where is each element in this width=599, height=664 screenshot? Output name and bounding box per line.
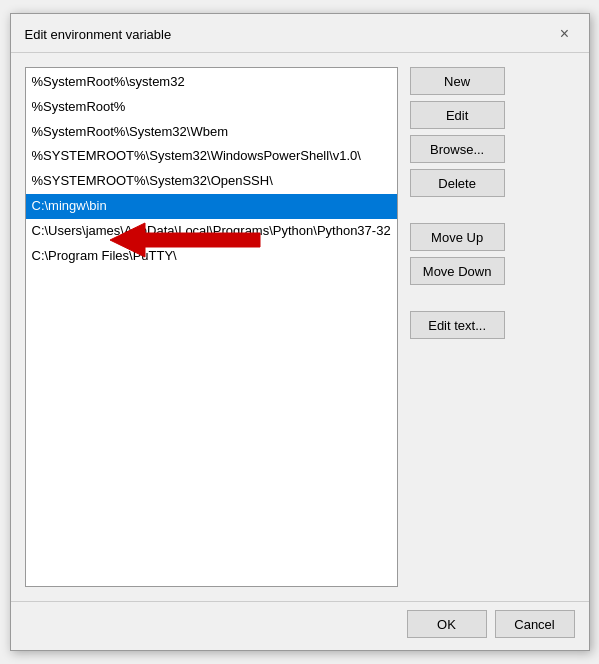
list-item[interactable]: %SystemRoot% xyxy=(26,95,397,120)
move-up-button[interactable]: Move Up xyxy=(410,223,505,251)
dialog-title: Edit environment variable xyxy=(25,27,172,42)
edit-env-var-dialog: Edit environment variable × %SystemRoot%… xyxy=(10,13,590,651)
list-item[interactable]: %SYSTEMROOT%\System32\OpenSSH\ xyxy=(26,169,397,194)
list-wrapper: %SystemRoot%\system32%SystemRoot%%System… xyxy=(25,67,398,587)
list-item[interactable]: C:\Program Files\PuTTY\ xyxy=(26,244,397,269)
env-var-list[interactable]: %SystemRoot%\system32%SystemRoot%%System… xyxy=(25,67,398,587)
browse-button[interactable]: Browse... xyxy=(410,135,505,163)
list-item[interactable]: C:\Users\james\AppData\Local\Programs\Py… xyxy=(26,219,397,244)
button-spacer xyxy=(410,203,505,217)
close-button[interactable]: × xyxy=(555,24,575,44)
move-down-button[interactable]: Move Down xyxy=(410,257,505,285)
new-button[interactable]: New xyxy=(410,67,505,95)
title-bar: Edit environment variable × xyxy=(11,14,589,53)
edit-text-button[interactable]: Edit text... xyxy=(410,311,505,339)
button-spacer-2 xyxy=(410,291,505,305)
ok-button[interactable]: OK xyxy=(407,610,487,638)
content-area: %SystemRoot%\system32%SystemRoot%%System… xyxy=(11,53,589,597)
list-item[interactable]: %SystemRoot%\system32 xyxy=(26,70,397,95)
list-item[interactable]: C:\mingw\bin xyxy=(26,194,397,219)
list-item[interactable]: %SYSTEMROOT%\System32\WindowsPowerShell\… xyxy=(26,144,397,169)
delete-button[interactable]: Delete xyxy=(410,169,505,197)
bottom-bar: OK Cancel xyxy=(11,601,589,650)
list-item[interactable]: %SystemRoot%\System32\Wbem xyxy=(26,120,397,145)
buttons-panel: New Edit Browse... Delete Move Up Move D… xyxy=(410,67,505,587)
cancel-button[interactable]: Cancel xyxy=(495,610,575,638)
edit-button[interactable]: Edit xyxy=(410,101,505,129)
